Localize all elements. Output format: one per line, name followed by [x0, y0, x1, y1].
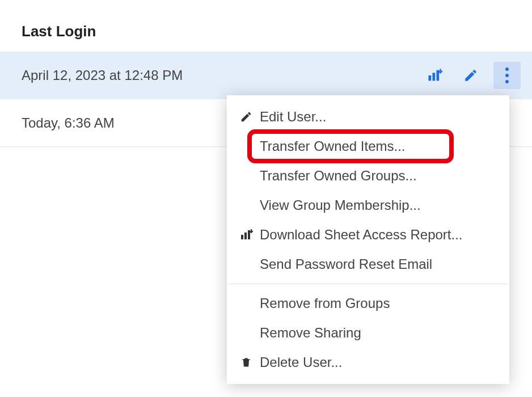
- trash-icon: [235, 356, 257, 369]
- menu-item-remove-sharing[interactable]: Remove Sharing: [227, 318, 509, 348]
- menu-item-transfer-owned-groups[interactable]: Transfer Owned Groups...: [227, 161, 509, 191]
- menu-item-delete-user[interactable]: Delete User...: [227, 348, 509, 377]
- menu-item-label: Download Sheet Access Report...: [257, 227, 498, 243]
- menu-item-edit-user[interactable]: Edit User...: [227, 102, 509, 132]
- more-icon: [505, 67, 509, 83]
- last-login-cell: April 12, 2023 at 12:48 PM: [22, 67, 421, 83]
- table-row[interactable]: April 12, 2023 at 12:48 PM: [0, 52, 532, 99]
- svg-rect-5: [244, 233, 247, 239]
- menu-item-label: Remove from Groups: [257, 295, 498, 311]
- menu-item-remove-from-groups[interactable]: Remove from Groups: [227, 289, 509, 318]
- menu-item-label: Transfer Owned Items...: [257, 138, 498, 154]
- menu-item-label: Send Password Reset Email: [257, 256, 498, 272]
- menu-separator: [229, 284, 507, 284]
- menu-item-view-group-membership[interactable]: View Group Membership...: [227, 191, 509, 220]
- edit-button[interactable]: [457, 62, 484, 89]
- more-actions-button[interactable]: [493, 62, 521, 89]
- menu-item-send-password-reset[interactable]: Send Password Reset Email: [227, 250, 509, 279]
- menu-item-label: View Group Membership...: [257, 197, 498, 213]
- pencil-icon: [235, 111, 257, 123]
- svg-rect-0: [429, 75, 432, 81]
- column-header-last-login: Last Login: [0, 0, 532, 52]
- menu-item-transfer-owned-items[interactable]: Transfer Owned Items...: [227, 132, 509, 161]
- menu-item-label: Edit User...: [257, 109, 498, 125]
- menu-item-download-sheet-access-report[interactable]: Download Sheet Access Report...: [227, 220, 509, 250]
- download-report-button[interactable]: [421, 62, 448, 89]
- download-report-icon: [235, 228, 257, 242]
- svg-rect-1: [433, 73, 436, 81]
- menu-item-label: Transfer Owned Groups...: [257, 168, 498, 184]
- download-report-icon: [427, 67, 442, 83]
- row-actions: [421, 62, 521, 89]
- pencil-icon: [463, 68, 478, 83]
- menu-item-label: Remove Sharing: [257, 325, 498, 341]
- menu-item-label: Delete User...: [257, 354, 498, 370]
- context-menu: Edit User... Transfer Owned Items... Tra…: [227, 95, 509, 384]
- svg-rect-4: [241, 235, 243, 239]
